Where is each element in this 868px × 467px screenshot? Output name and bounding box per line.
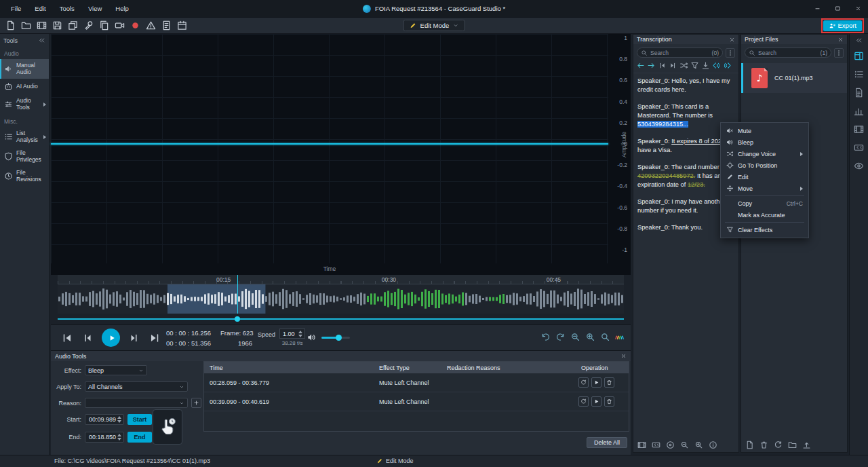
download-icon[interactable] [701, 61, 710, 70]
film-icon[interactable] [637, 441, 646, 449]
context-menu-item-go-to-position[interactable]: Go To Position [721, 160, 808, 171]
transcript-text[interactable]: Speaker_0: The card number is [637, 164, 726, 170]
start-time-input[interactable]: 00:09.989 [85, 414, 124, 425]
trash-icon[interactable] [760, 441, 768, 449]
play-button[interactable] [591, 396, 601, 407]
more-options-icon[interactable] [834, 48, 844, 58]
context-menu-item-bleep[interactable]: Bleep [721, 136, 808, 148]
menu-help[interactable]: Help [108, 2, 136, 15]
disc-icon[interactable] [666, 441, 675, 449]
upload-icon[interactable] [802, 441, 811, 449]
toolbar-copy-icon[interactable] [99, 20, 109, 31]
toolbar-save-icon[interactable] [52, 20, 62, 31]
film-panel-icon[interactable] [854, 124, 864, 134]
panels-panel-icon[interactable] [854, 51, 864, 61]
stepper-down-icon[interactable] [117, 420, 121, 423]
zoom-out-icon[interactable] [570, 332, 580, 342]
step-fwd-icon[interactable] [669, 61, 677, 70]
zoom-in-icon[interactable] [694, 441, 703, 449]
stepper-down-icon[interactable] [298, 335, 302, 337]
volume-slider[interactable] [321, 337, 350, 339]
minimize-icon[interactable] [807, 0, 827, 18]
speed-input[interactable]: 1.00 [279, 329, 305, 339]
shuffle-icon[interactable] [679, 61, 688, 70]
context-menu-item-copy[interactable]: CopyCtrl+C [721, 198, 808, 209]
transcript-text[interactable]: Speaker_0: I may have another number if … [637, 198, 726, 214]
close-icon[interactable] [729, 37, 735, 43]
toolbar-open-folder-icon[interactable] [21, 20, 31, 31]
eye-panel-icon[interactable] [854, 161, 864, 171]
playhead[interactable] [237, 275, 239, 314]
sidebar-item-file-privileges[interactable]: File Privileges [0, 147, 49, 166]
sidebar-item-manual-audio[interactable]: Manual Audio [0, 59, 49, 79]
sidebar-item-audio-tools[interactable]: Audio Tools [0, 94, 49, 114]
context-menu-item-change-voice[interactable]: Change Voice [721, 148, 808, 160]
menu-file[interactable]: File [4, 2, 28, 15]
info-icon[interactable] [709, 441, 717, 449]
refresh-button[interactable] [578, 377, 589, 388]
close-icon[interactable] [837, 37, 844, 43]
toolbar-video-icon[interactable] [115, 20, 125, 31]
play-button[interactable] [591, 377, 601, 388]
collapse-sidebar-icon[interactable] [38, 37, 45, 44]
undo-icon[interactable] [540, 332, 551, 342]
delete-all-button[interactable]: Delete All [587, 437, 627, 448]
funnel-icon[interactable] [690, 61, 699, 70]
transcript-strike-text[interactable]: 12/23. [688, 181, 705, 188]
toolbar-record-icon[interactable] [130, 20, 140, 31]
apply-to-dropdown[interactable]: All Channels [85, 381, 188, 392]
close-icon[interactable] [620, 353, 627, 359]
context-menu-item-edit[interactable]: Edit [721, 171, 808, 183]
step-back-icon[interactable] [658, 61, 667, 70]
wave-fwd-icon[interactable] [723, 61, 732, 70]
refresh-button[interactable] [578, 396, 589, 407]
sidebar-item-ai-audio[interactable]: AI Audio [0, 79, 49, 94]
step-back-button[interactable] [81, 332, 94, 344]
more-options-icon[interactable] [726, 48, 735, 58]
sidebar-item-list-analysis[interactable]: List Analysis [0, 127, 49, 147]
refresh-icon[interactable] [774, 441, 783, 449]
seek-line[interactable] [58, 318, 624, 320]
toolbar-alert-icon[interactable] [146, 20, 156, 31]
arrow-right-icon[interactable] [647, 61, 656, 70]
context-menu-item-move[interactable]: Move [721, 183, 808, 194]
zoom-fit-icon[interactable] [600, 332, 610, 342]
end-time-input[interactable]: 00:18.850 [85, 432, 124, 443]
start-time-stepper[interactable] [117, 416, 121, 423]
context-menu-item-clear-effects[interactable]: Clear Effects [721, 224, 808, 236]
toolbar-tools-icon[interactable] [83, 20, 94, 31]
menu-view[interactable]: View [81, 2, 108, 15]
transcript-text[interactable]: Speaker_0: Hello, yes, I have my credit … [637, 77, 730, 93]
toolbar-save-as-icon[interactable] [68, 20, 78, 31]
trash-button[interactable] [604, 396, 614, 407]
stepper-up-icon[interactable] [117, 434, 121, 436]
stepper-up-icon[interactable] [298, 331, 302, 333]
zoom-out-icon[interactable] [680, 441, 689, 449]
context-menu-item-mark-as-accurate[interactable]: Mark as Accurate [721, 209, 808, 221]
export-button[interactable]: Export [823, 20, 862, 31]
maximize-icon[interactable] [827, 0, 848, 18]
project-files-search-input[interactable]: Search (1) [745, 48, 831, 58]
stepper-down-icon[interactable] [117, 438, 121, 441]
start-button[interactable]: Start [127, 414, 152, 425]
seek-handle[interactable] [235, 316, 240, 322]
cc-badge-icon[interactable] [652, 441, 660, 449]
timeline-ruler[interactable]: 00:1500:3000:45 [58, 275, 624, 284]
file-item-cc-01-1-mp3[interactable]: CC 01(1).mp3 [741, 63, 847, 93]
open-folder-icon[interactable] [788, 441, 797, 449]
transcript-uline-text[interactable]: It expires 8 of 2022. [671, 138, 727, 145]
stepper-up-icon[interactable] [117, 416, 121, 419]
arrow-left-icon[interactable] [636, 61, 645, 70]
transcript-sel-text[interactable]: 5304399284315... [637, 121, 688, 128]
add-reason-button[interactable] [191, 398, 201, 408]
transcript-text[interactable]: Speaker_0: Thank you. [637, 224, 703, 231]
edit-mode-dropdown[interactable]: Edit Mode [403, 20, 465, 31]
context-menu-item-mute[interactable]: Mute [721, 125, 808, 136]
effect-dropdown[interactable]: Bleep [85, 365, 147, 375]
menu-tools[interactable]: Tools [53, 2, 81, 15]
toolbar-file-new-icon[interactable] [5, 20, 16, 31]
transcript-strike-text[interactable]: 4209322024485972. [637, 172, 695, 179]
collapse-panels-icon[interactable] [855, 37, 863, 44]
effect-row[interactable]: 00:28.059 - 00:36.779Mute Left Channel [204, 373, 629, 392]
close-icon[interactable] [848, 0, 868, 18]
